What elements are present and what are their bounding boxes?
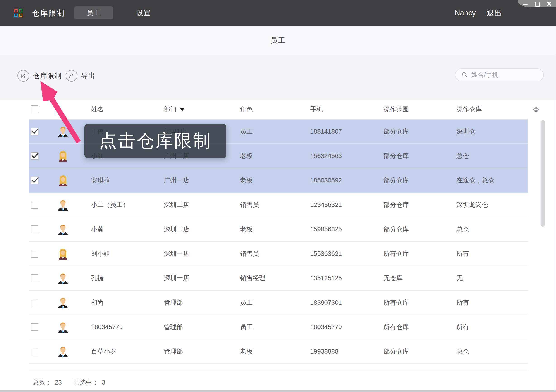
footer-summary: 总数： 23 已选中： 3 (33, 377, 113, 388)
column-header-warehouse[interactable]: 操作仓库 (451, 105, 528, 114)
window-bottom-edge (0, 390, 556, 392)
row-checkbox[interactable] (31, 250, 39, 258)
search-input[interactable] (471, 71, 539, 78)
female-avatar-icon (57, 175, 69, 186)
avatar (40, 223, 85, 235)
cell-role: 老板 (235, 347, 305, 356)
cell-scope: 所有仓库 (378, 323, 451, 331)
total-value: 23 (55, 379, 62, 386)
cell-phone: 156324563 (305, 152, 378, 160)
cell-scope: 部分仓库 (378, 176, 451, 185)
title-bar: 仓库限制 员工 设置 Nancy 退出 (0, 0, 556, 26)
cell-role: 销售员 (235, 200, 305, 209)
row-checkbox[interactable] (31, 299, 39, 307)
table-header: 姓名 部门 角色 手机 操作范围 操作仓库 (29, 100, 528, 120)
cell-phone: 188141807 (305, 128, 378, 135)
cell-name: 安琪拉 (85, 176, 158, 185)
female-avatar-icon (57, 248, 69, 260)
cell-warehouse: 总仓 (451, 347, 528, 356)
female-avatar-icon (57, 150, 69, 162)
page-title: 员工 (0, 26, 556, 55)
export-icon (66, 70, 77, 82)
footer-divider (29, 371, 528, 371)
row-checkbox[interactable] (31, 201, 39, 209)
avatar (40, 150, 85, 162)
tab-employees[interactable]: 员工 (74, 6, 113, 19)
search-icon (461, 71, 468, 78)
cell-warehouse: 所有 (451, 298, 528, 307)
user-menu[interactable]: Nancy (455, 0, 476, 26)
cell-role: 老板 (235, 152, 305, 160)
table-row[interactable]: 小二（员工） 深圳二店 销售员 123456321 部分仓库 深圳龙岗仓 (29, 193, 528, 217)
cell-warehouse: 深圳龙岗仓 (451, 200, 528, 209)
maximize-icon[interactable] (535, 1, 540, 6)
tab-settings[interactable]: 设置 (129, 6, 159, 19)
table-row[interactable]: 小黄 深圳二店 老板 159856325 部分仓库 总仓 (29, 217, 528, 242)
app-title: 仓库限制 (32, 0, 65, 26)
cell-scope: 部分仓库 (378, 225, 451, 234)
avatar (40, 272, 85, 284)
cell-role: 销售员 (235, 249, 305, 258)
table-row[interactable]: 刘小姐 深圳一店 销售员 155363621 所有仓库 所有 (29, 242, 528, 266)
cell-warehouse: 深圳仓 (451, 127, 528, 136)
table-row[interactable]: 和尚 管理部 员工 183907301 所有仓库 所有 (29, 291, 528, 315)
logout-button[interactable]: 退出 (487, 0, 502, 26)
cell-warehouse: 总仓 (451, 152, 528, 160)
row-checkbox[interactable] (31, 348, 39, 355)
sort-desc-icon[interactable] (180, 108, 185, 111)
cell-dept: 管理部 (158, 347, 235, 356)
row-checkbox[interactable] (31, 177, 39, 184)
cell-dept: 管理部 (158, 298, 235, 307)
scrollbar-thumb[interactable] (541, 120, 545, 227)
cell-name: 百草小罗 (85, 347, 158, 356)
table-row[interactable]: 180345779 管理部 员工 180345779 所有仓库 所有 (29, 315, 528, 339)
column-header-name[interactable]: 姓名 (85, 105, 158, 114)
cell-role: 销售经理 (235, 274, 305, 283)
cell-phone: 180345779 (305, 323, 378, 331)
warehouse-limit-button[interactable]: 仓库限制 (17, 69, 62, 83)
cell-warehouse: 所有 (451, 249, 528, 258)
row-checkbox[interactable] (31, 274, 39, 282)
column-header-role[interactable]: 角色 (235, 105, 305, 114)
total-label: 总数： (33, 378, 52, 387)
cell-dept: 深圳二店 (158, 200, 235, 209)
table-row[interactable]: 孔捷 深圳一店 销售经理 135125125 无仓库 无 (29, 266, 528, 291)
avatar (40, 126, 85, 137)
search-box[interactable] (455, 68, 544, 82)
column-header-dept[interactable]: 部门 (158, 105, 235, 114)
male-avatar-icon (57, 223, 69, 235)
select-all-checkbox[interactable] (31, 106, 39, 113)
warehouse-limit-label: 仓库限制 (33, 71, 62, 81)
cell-phone: 185030592 (305, 177, 378, 184)
cell-scope: 所有仓库 (378, 249, 451, 258)
column-header-scope[interactable]: 操作范围 (378, 105, 451, 114)
cell-name: 小二（员工） (85, 200, 158, 209)
minimize-icon[interactable] (523, 1, 528, 6)
male-avatar-icon (57, 272, 69, 284)
table-row[interactable]: 百草小罗 管理部 老板 19938888 部分仓库 总仓 (29, 339, 528, 364)
row-checkbox[interactable] (31, 225, 39, 233)
selected-label: 已选中： (73, 378, 99, 387)
cell-scope: 无仓库 (378, 274, 451, 283)
export-button[interactable]: 导出 (66, 69, 96, 83)
gear-icon[interactable] (533, 106, 540, 113)
row-checkbox[interactable] (31, 323, 39, 331)
row-checkbox[interactable] (31, 152, 39, 160)
cell-phone: 159856325 (305, 226, 378, 233)
column-header-phone[interactable]: 手机 (305, 105, 378, 114)
cell-phone: 19938888 (305, 348, 378, 355)
cell-role: 员工 (235, 127, 305, 136)
cell-warehouse: 总仓 (451, 225, 528, 234)
export-label: 导出 (81, 71, 96, 81)
table-row[interactable]: 安琪拉 广州一店 老板 185030592 部分仓库 在途仓，总仓 (29, 168, 528, 193)
edit-icon (17, 70, 29, 82)
avatar (40, 175, 85, 186)
row-checkbox[interactable] (31, 128, 39, 135)
male-avatar-icon (57, 199, 69, 211)
cell-dept: 深圳一店 (158, 274, 235, 283)
male-avatar-icon (57, 126, 69, 137)
close-icon[interactable] (547, 1, 551, 6)
app-window: 仓库限制 员工 设置 Nancy 退出 员工 仓库限制 (0, 0, 556, 392)
avatar (40, 248, 85, 260)
cell-dept: 广州一店 (158, 176, 235, 185)
